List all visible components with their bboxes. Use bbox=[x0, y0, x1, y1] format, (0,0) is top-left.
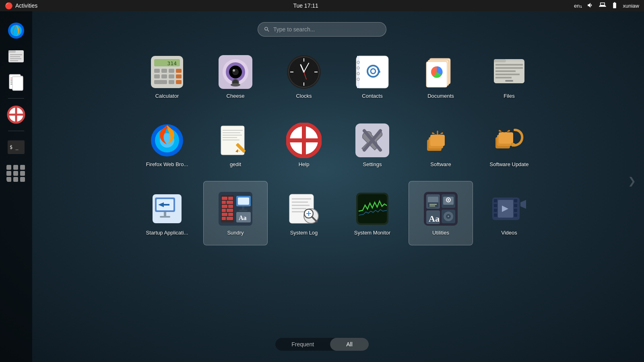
svg-rect-53 bbox=[356, 56, 388, 88]
svg-point-1 bbox=[10, 25, 22, 36]
gedit-label: gedit bbox=[230, 161, 241, 167]
app-item-gedit[interactable]: gedit bbox=[203, 113, 268, 177]
svg-rect-159 bbox=[494, 214, 497, 217]
app-item-help[interactable]: Help bbox=[272, 113, 336, 177]
calculator-label: Calculator bbox=[155, 93, 179, 99]
svg-rect-4 bbox=[10, 54, 22, 55]
svg-rect-23 bbox=[154, 69, 160, 73]
svg-rect-127 bbox=[292, 198, 311, 200]
files-icon bbox=[491, 54, 527, 90]
firefox-icon bbox=[149, 123, 185, 158]
search-input[interactable] bbox=[273, 26, 378, 33]
svg-rect-129 bbox=[292, 205, 310, 206]
svg-rect-30 bbox=[176, 74, 182, 78]
app-item-cheese[interactable]: Cheese bbox=[203, 44, 268, 109]
svg-rect-162 bbox=[514, 209, 517, 212]
svg-rect-105 bbox=[160, 216, 170, 218]
documents-label: Documents bbox=[427, 93, 454, 99]
svg-rect-25 bbox=[169, 69, 174, 73]
system-monitor-label: System Monitor bbox=[354, 230, 390, 236]
topbar-left: 🔴 Activities bbox=[5, 2, 37, 10]
svg-rect-122 bbox=[242, 206, 244, 210]
startup-icon bbox=[149, 191, 185, 226]
app-item-software[interactable]: Software bbox=[409, 113, 473, 177]
svg-rect-73 bbox=[505, 80, 513, 82]
svg-rect-28 bbox=[161, 74, 167, 78]
app-item-utilities[interactable]: Aa Utilities bbox=[409, 181, 473, 245]
app-item-startup[interactable]: Startup Applicati... bbox=[135, 181, 199, 245]
svg-rect-5 bbox=[10, 56, 20, 57]
software-icon bbox=[423, 123, 458, 158]
volume-icon[interactable] bbox=[587, 2, 594, 10]
app-item-software-update[interactable]: Software Update bbox=[477, 113, 541, 177]
dock-item-firefox[interactable] bbox=[5, 19, 27, 42]
svg-rect-71 bbox=[495, 74, 520, 75]
svg-rect-128 bbox=[292, 202, 308, 203]
svg-rect-118 bbox=[222, 217, 226, 220]
svg-rect-31 bbox=[154, 80, 167, 84]
contacts-icon bbox=[355, 54, 390, 90]
display-icon[interactable] bbox=[599, 2, 606, 10]
svg-rect-157 bbox=[494, 204, 497, 207]
utilities-icon: Aa bbox=[423, 191, 458, 226]
app-item-clocks[interactable]: Clocks bbox=[272, 44, 336, 109]
battery-icon[interactable] bbox=[611, 2, 618, 10]
app-item-system-monitor[interactable]: System Monitor bbox=[340, 181, 405, 245]
svg-point-154 bbox=[448, 216, 449, 217]
svg-rect-27 bbox=[154, 74, 160, 78]
app-item-settings[interactable]: Settings bbox=[340, 113, 405, 177]
lang-indicator[interactable]: en₁ bbox=[574, 3, 582, 9]
app-item-contacts[interactable]: Contacts bbox=[340, 44, 405, 109]
tab-frequent[interactable]: Frequent bbox=[275, 338, 330, 351]
dock-item-show-apps[interactable] bbox=[5, 162, 27, 184]
clocks-label: Clocks bbox=[296, 93, 312, 99]
system-monitor-icon bbox=[355, 191, 390, 226]
tab-all[interactable]: All bbox=[330, 338, 369, 351]
svg-rect-82 bbox=[223, 137, 237, 138]
software-update-icon bbox=[491, 123, 527, 158]
search-bar bbox=[258, 22, 386, 37]
svg-rect-161 bbox=[514, 204, 517, 207]
dock-item-documents[interactable] bbox=[5, 71, 27, 93]
svg-rect-143 bbox=[429, 204, 437, 205]
app-item-sundry[interactable]: Aa Sundry bbox=[203, 181, 268, 245]
svg-rect-83 bbox=[223, 140, 239, 140]
help-label: Help bbox=[299, 161, 310, 167]
app-item-files[interactable]: Files bbox=[477, 44, 541, 109]
svg-rect-70 bbox=[495, 70, 516, 72]
svg-rect-114 bbox=[222, 209, 226, 212]
dock-item-files[interactable] bbox=[5, 45, 27, 68]
activities-button[interactable]: Activities bbox=[15, 2, 37, 9]
dock-item-terminal[interactable]: $ _ bbox=[5, 136, 27, 158]
settings-label: Settings bbox=[363, 161, 382, 167]
svg-rect-160 bbox=[514, 199, 517, 202]
dock-item-help[interactable] bbox=[5, 103, 27, 126]
app-item-firefox[interactable]: Firefox Web Bro... bbox=[135, 113, 199, 177]
svg-rect-108 bbox=[222, 197, 227, 200]
app-item-system-log[interactable]: System Log bbox=[272, 181, 336, 245]
app-item-videos[interactable]: Videos bbox=[477, 181, 541, 245]
svg-rect-109 bbox=[228, 197, 233, 200]
videos-icon bbox=[491, 191, 527, 226]
app-item-documents[interactable]: Documents bbox=[409, 44, 473, 109]
svg-rect-69 bbox=[495, 67, 523, 69]
dock-separator-2 bbox=[8, 131, 24, 131]
app-item-calculator[interactable]: 314 Calculator bbox=[135, 44, 199, 109]
svg-rect-97 bbox=[499, 132, 513, 144]
user-menu[interactable]: xuniaw bbox=[623, 3, 639, 9]
topbar-datetime: Tue 17:11 bbox=[293, 2, 318, 9]
svg-rect-123 bbox=[239, 210, 248, 211]
svg-marker-165 bbox=[520, 200, 526, 209]
search-container bbox=[258, 22, 386, 37]
settings-icon bbox=[355, 123, 390, 158]
bottom-tabs: Frequent All bbox=[275, 338, 369, 351]
system-log-icon bbox=[286, 191, 322, 226]
system-log-label: System Log bbox=[290, 230, 318, 236]
software-update-label: Software Update bbox=[490, 161, 529, 167]
topbar-right: en₁ xuniaw bbox=[574, 2, 639, 10]
svg-rect-7 bbox=[10, 60, 18, 61]
svg-rect-93 bbox=[430, 135, 445, 146]
svg-rect-72 bbox=[495, 77, 512, 78]
svg-rect-26 bbox=[176, 69, 182, 73]
svg-rect-130 bbox=[292, 208, 306, 209]
